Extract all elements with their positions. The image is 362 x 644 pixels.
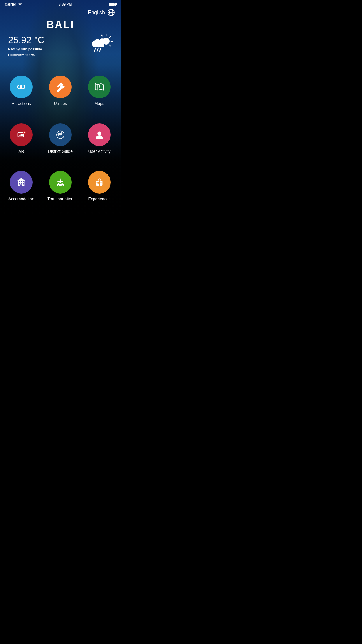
ar-label: AR [18,149,24,154]
menu-item-attractions[interactable]: Attractions [3,68,40,113]
globe-icon [107,9,115,16]
district-guide-label: District Guide [48,149,73,154]
svg-point-33 [97,131,101,135]
menu-item-user-activity[interactable]: User Activity [81,116,118,161]
svg-text:+: + [24,131,25,134]
district-guide-icon-circle [49,123,72,146]
svg-line-8 [110,45,111,46]
svg-text:AR: AR [19,133,23,136]
time-label: 8:39 PM [59,2,72,6]
weather-description: Patchy rain possible Humidity: 122% [8,46,45,58]
transportation-label: Transportation [47,197,73,202]
svg-rect-14 [93,43,104,47]
svg-rect-39 [19,183,20,185]
user-activity-icon-circle [88,123,111,146]
maps-label: Maps [94,101,104,106]
svg-rect-46 [59,183,62,184]
menu-item-maps[interactable]: Maps [81,68,118,113]
city-title: BALI [0,16,121,32]
experiences-label: Experiences [88,197,110,202]
svg-marker-35 [17,178,25,181]
svg-point-44 [58,186,59,187]
temperature: 25.92 °C [8,35,45,45]
svg-point-27 [99,85,100,87]
accommodation-label: Accomodation [8,197,34,202]
svg-line-16 [97,48,98,51]
utilities-label: Utilities [54,101,67,106]
carrier-label: Carrier [5,2,16,6]
battery-icon [108,3,116,6]
menu-item-ar[interactable]: AR + AR [3,116,40,161]
utilities-icon-circle [49,76,72,98]
svg-line-17 [100,48,101,51]
svg-line-15 [94,48,96,51]
svg-rect-41 [23,183,24,185]
svg-rect-40 [21,183,22,185]
svg-line-9 [101,35,103,36]
transportation-icon-circle [49,171,72,194]
accommodation-icon-circle [10,171,33,194]
menu-item-accommodation[interactable]: Accomodation [3,164,40,209]
svg-rect-22 [20,86,22,88]
svg-point-45 [61,186,63,187]
maps-icon-circle [88,76,111,98]
svg-rect-38 [23,181,24,182]
status-bar: Carrier 8:39 PM [0,0,121,8]
svg-rect-42 [20,185,22,186]
language-row[interactable]: English [0,8,121,16]
user-activity-label: User Activity [88,149,110,154]
weather-icon [89,33,113,57]
menu-item-utilities[interactable]: Utilities [42,68,79,113]
svg-rect-50 [97,182,99,184]
attractions-label: Attractions [12,101,31,106]
weather-section: 25.92 °C Patchy rain possible Humidity: … [0,32,121,58]
svg-line-6 [110,36,111,38]
menu-item-experiences[interactable]: Experiences [81,164,118,209]
svg-rect-36 [19,181,20,182]
svg-rect-37 [21,181,22,182]
language-label: English [88,10,105,16]
menu-grid: Attractions Utilities [0,63,121,215]
experiences-icon-circle [88,171,111,194]
menu-item-district-guide[interactable]: District Guide [42,116,79,161]
ar-icon-circle: AR + [10,123,33,146]
attractions-icon-circle [10,76,33,98]
wifi-icon [18,3,22,6]
menu-item-transportation[interactable]: Transportation [42,164,79,209]
